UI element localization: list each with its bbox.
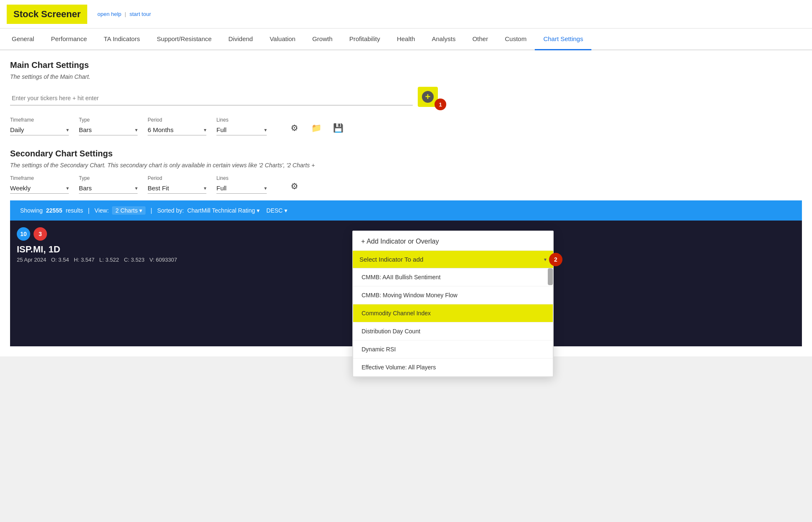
tab-profitability[interactable]: Profitability (341, 29, 388, 50)
view-label: View: (94, 207, 109, 214)
main-lines-group: Lines Full ▾ (216, 117, 267, 135)
secondary-type-value: Bars (79, 184, 92, 192)
secondary-period-group: Period Best Fit ▾ (148, 175, 206, 194)
indicator-select-wrapper: Select Indicator To add ▾ 2 (353, 251, 553, 268)
secondary-timeframe-label: Timeframe (10, 175, 69, 181)
tab-performance[interactable]: Performance (42, 29, 95, 50)
nav-tabs: General Performance TA Indicators Suppor… (0, 29, 812, 50)
secondary-type-label: Type (79, 175, 138, 181)
indicator-popup: + Add Indicator or Overlay Select Indica… (352, 231, 554, 377)
results-separator-2: | (149, 207, 154, 214)
view-value: 2 Charts (115, 207, 138, 214)
tab-dividend[interactable]: Dividend (220, 29, 261, 50)
tab-health[interactable]: Health (388, 29, 423, 50)
secondary-period-label: Period (148, 175, 206, 181)
tab-support-resistance[interactable]: Support/Resistance (148, 29, 220, 50)
results-separator: | (86, 207, 91, 214)
main-lines-value: Full (216, 126, 226, 133)
indicator-select-placeholder: Select Indicator To add (359, 256, 423, 263)
secondary-lines-chevron: ▾ (264, 185, 267, 191)
showing-label: Showing (20, 207, 43, 214)
badge-1: 1 (435, 99, 446, 110)
ticker-row: + 1 (10, 87, 802, 110)
main-period-select[interactable]: 6 Months ▾ (148, 125, 206, 135)
sort-select[interactable]: ChartMill Technical Rating ▾ (187, 207, 260, 214)
secondary-timeframe-select[interactable]: Weekly ▾ (10, 183, 69, 194)
secondary-timeframe-group: Timeframe Weekly ▾ (10, 175, 69, 194)
tab-custom[interactable]: Custom (497, 29, 535, 50)
indicator-item-5[interactable]: Effective Volume: All Players (353, 358, 553, 377)
secondary-period-value: Best Fit (148, 184, 169, 192)
tab-other[interactable]: Other (464, 29, 497, 50)
tab-general[interactable]: General (3, 29, 42, 50)
main-content: Main Chart Settings The settings of the … (0, 50, 812, 356)
secondary-type-group: Type Bars ▾ (79, 175, 138, 194)
main-timeframe-group: Timeframe Daily ▾ (10, 117, 69, 135)
indicator-select-row[interactable]: Select Indicator To add ▾ (353, 251, 553, 268)
sort-chevron-icon: ▾ (257, 207, 260, 214)
app-header: Stock Screener open help | start tour (0, 0, 812, 29)
view-select[interactable]: 2 Charts ▾ (112, 206, 146, 215)
main-type-select[interactable]: Bars ▾ (79, 125, 138, 135)
main-type-group: Type Bars ▾ (79, 117, 138, 135)
header-separator: | (125, 11, 126, 17)
popup-header: + Add Indicator or Overlay (353, 231, 553, 251)
stock-low: L: 3.522 (99, 257, 119, 263)
results-label: results (66, 207, 83, 214)
main-type-value: Bars (79, 126, 92, 133)
stock-volume: V: 6093307 (149, 257, 177, 263)
main-period-label: Period (148, 117, 206, 123)
indicator-item-3[interactable]: Distribution Day Count (353, 322, 553, 340)
order-select[interactable]: DESC ▾ (266, 207, 287, 214)
secondary-lines-value: Full (216, 184, 226, 192)
indicator-item-0[interactable]: CMMB: AAII Bullish Sentiment (353, 268, 553, 286)
indicator-item-2[interactable]: Commodity Channel Index (353, 304, 553, 322)
tab-ta-indicators[interactable]: TA Indicators (95, 29, 148, 50)
secondary-dropdowns-row: Timeframe Weekly ▾ Type Bars ▾ Period Be… (10, 175, 802, 194)
tab-growth[interactable]: Growth (304, 29, 341, 50)
add-btn-container: + 1 (418, 87, 441, 110)
results-count: 22555 (46, 207, 62, 214)
sorted-label: Sorted by: (157, 207, 184, 214)
secondary-chart-subtitle: The settings of the Secondary Chart. Thi… (10, 162, 802, 169)
main-lines-select[interactable]: Full ▾ (216, 125, 267, 135)
main-type-label: Type (79, 117, 138, 123)
sorted-value: ChartMill Technical Rating (187, 207, 255, 214)
main-dropdowns-row: Timeframe Daily ▾ Type Bars ▾ Period 6 M… (10, 117, 802, 135)
secondary-lines-group: Lines Full ▾ (216, 175, 267, 194)
tab-analysts[interactable]: Analysts (423, 29, 464, 50)
app-logo: Stock Screener (7, 5, 87, 24)
badge-2: 2 (549, 253, 562, 266)
main-period-value: 6 Months (148, 126, 174, 133)
main-timeframe-select[interactable]: Daily ▾ (10, 125, 69, 135)
ticker-input[interactable] (10, 91, 413, 106)
start-tour-link[interactable]: start tour (130, 11, 151, 17)
secondary-lines-select[interactable]: Full ▾ (216, 183, 267, 194)
secondary-type-select[interactable]: Bars ▾ (79, 183, 138, 194)
main-chart-title: Main Chart Settings (10, 60, 802, 70)
scrollbar-thumb[interactable] (548, 268, 553, 285)
stock-open: O: 3.54 (51, 257, 69, 263)
indicator-item-4[interactable]: Dynamic RSI (353, 340, 553, 358)
main-timeframe-label: Timeframe (10, 117, 69, 123)
main-period-group: Period 6 Months ▾ (148, 117, 206, 135)
folder-button[interactable]: 📁 (309, 120, 324, 135)
tab-valuation[interactable]: Valuation (261, 29, 304, 50)
secondary-type-chevron: ▾ (135, 185, 138, 191)
secondary-icon-buttons: ⚙ (287, 179, 302, 194)
tab-chart-settings[interactable]: Chart Settings (535, 29, 591, 50)
main-timeframe-value: Daily (10, 126, 24, 133)
secondary-chart-title: Secondary Chart Settings (10, 149, 802, 158)
save-button[interactable]: 💾 (331, 120, 346, 135)
open-help-link[interactable]: open help (97, 11, 121, 17)
secondary-period-select[interactable]: Best Fit ▾ (148, 183, 206, 194)
stock-close: C: 3.523 (124, 257, 144, 263)
gear-button[interactable]: ⚙ (287, 120, 302, 135)
indicator-item-1[interactable]: CMMB: Moving Window Money Flow (353, 286, 553, 304)
stock-date: 25 Apr 2024 (17, 257, 46, 263)
secondary-gear-button[interactable]: ⚙ (287, 179, 302, 194)
secondary-lines-label: Lines (216, 175, 267, 181)
badge-red-3: 3 (34, 227, 47, 241)
results-bar: Showing 22555 results | View: 2 Charts ▾… (10, 200, 802, 221)
main-lines-chevron: ▾ (264, 127, 267, 133)
